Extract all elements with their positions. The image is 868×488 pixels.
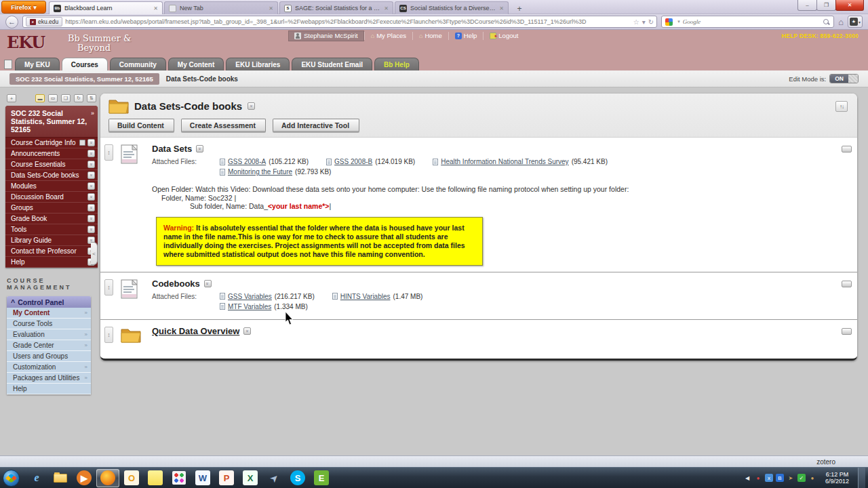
sidebar-item-help[interactable]: Help»	[5, 257, 98, 268]
search-bar[interactable]: ▾	[661, 16, 834, 28]
control-panel-item-packages-and-utilities[interactable]: Packages and Utilities»	[7, 373, 91, 384]
tab-eku-libraries[interactable]: EKU Libraries	[226, 58, 290, 70]
control-panel-header[interactable]: ^ Control Panel	[7, 296, 91, 308]
back-button[interactable]: ←	[5, 16, 18, 28]
word-icon[interactable]: W	[191, 469, 214, 487]
expand-arrow-icon[interactable]: »	[85, 363, 87, 371]
keyboard-reorder-icon[interactable]: ↑↓	[835, 101, 848, 112]
keyboard-accessible-reorder-icon[interactable]	[842, 328, 852, 335]
control-panel-item-help[interactable]: Help	[7, 384, 91, 394]
drag-handle-icon[interactable]: ↕	[104, 144, 113, 161]
evernote-icon[interactable]: E	[310, 469, 333, 487]
frame-page-icon[interactable]	[4, 60, 12, 69]
pushpin-icon[interactable]: ➤	[262, 469, 285, 487]
edit-mode-toggle[interactable]: ON	[829, 74, 859, 83]
bookmarks-menu-button[interactable]: ★ ▾	[848, 16, 863, 28]
item-options-chevron-icon[interactable]: »	[87, 171, 95, 179]
header-link-help[interactable]: ?Help	[448, 32, 484, 40]
refresh-icon[interactable]: ↻	[74, 94, 83, 102]
windows-explorer-icon[interactable]	[49, 469, 72, 487]
expand-arrow-icon[interactable]: »	[85, 374, 87, 382]
tab-close-icon[interactable]: ✕	[499, 5, 504, 12]
pin-tray-icon[interactable]: ➤	[787, 474, 795, 482]
site-identity-chip[interactable]: e eku.edu	[26, 17, 62, 26]
header-link-home[interactable]: ⌂Home	[412, 32, 448, 40]
sidebar-item-tools[interactable]: Tools»	[5, 224, 98, 235]
outlook-icon[interactable]: O	[120, 469, 143, 487]
internet-explorer-icon[interactable]: e	[25, 469, 48, 487]
create-assessment-button[interactable]: Create Assessment	[181, 119, 266, 133]
eku-logo[interactable]: EKU	[7, 33, 45, 52]
keyboard-accessible-reorder-icon[interactable]	[842, 146, 852, 152]
bookmark-star-icon[interactable]: ☆	[633, 18, 639, 26]
list-view-icon[interactable]: ▬	[35, 94, 45, 102]
firefox-icon[interactable]	[96, 469, 119, 487]
color-dots-app-icon[interactable]	[167, 469, 191, 487]
media-player-icon[interactable]: ▶	[73, 469, 96, 487]
show-desktop-button[interactable]	[858, 468, 865, 488]
sidebar-item-course-cartridge-info[interactable]: Course Cartridge Info»	[5, 138, 98, 148]
item-options-chevron-icon[interactable]: »	[243, 327, 251, 335]
bluetooth-icon[interactable]: B	[776, 474, 784, 482]
red-app-tray-icon[interactable]: ●	[754, 474, 762, 482]
home-icon[interactable]: ⌂	[838, 17, 844, 27]
taskbar-clock[interactable]: 6:12 PM 6/9/2012	[820, 471, 854, 485]
drag-handle-icon[interactable]: ↕	[104, 279, 113, 296]
tab-courses[interactable]: Courses	[62, 58, 108, 70]
search-engine-icon[interactable]	[665, 18, 675, 26]
sidebar-item-groups[interactable]: Groups»	[5, 203, 98, 214]
volume-icon[interactable]: ◀	[743, 474, 751, 482]
header-link-my-places[interactable]: ⌂My Places	[364, 32, 412, 40]
sidebar-item-grade-book[interactable]: Grade Book»	[5, 214, 98, 224]
network-tray-icon[interactable]: x	[765, 474, 773, 482]
add-interactive-tool-button[interactable]: Add Interactive Tool	[273, 119, 359, 133]
url-input[interactable]	[65, 18, 631, 25]
reorder-menu-icon[interactable]: ⇅	[87, 94, 96, 102]
tab-close-icon[interactable]: ✕	[153, 5, 158, 12]
file-link[interactable]: Health Information National Trends Surve…	[441, 158, 568, 165]
item-options-chevron-icon[interactable]: »	[87, 150, 95, 157]
sidebar-item-data-sets-code-books[interactable]: Data Sets-Code books»	[5, 170, 98, 181]
file-link[interactable]: Monitoring the Future	[228, 168, 292, 176]
file-link[interactable]: GSS 2008-B	[334, 158, 372, 165]
control-panel-item-customization[interactable]: Customization»	[7, 362, 91, 373]
tab-eku-student-email[interactable]: EKU Student Email	[292, 58, 372, 70]
item-options-chevron-icon[interactable]: »	[87, 182, 95, 190]
sidebar-item-course-essentials[interactable]: Course Essentials»	[5, 159, 98, 170]
tab-my-eku[interactable]: My EKU	[15, 58, 60, 70]
safety-tray-icon[interactable]: ✓	[797, 474, 806, 482]
file-link[interactable]: MTF Variables	[228, 303, 271, 310]
popout-view-icon[interactable]: ❏	[61, 94, 71, 102]
powerpoint-icon[interactable]: P	[215, 469, 238, 487]
item-options-chevron-icon[interactable]: »	[204, 280, 212, 287]
item-options-chevron-icon[interactable]: »	[196, 145, 203, 152]
expand-arrow-icon[interactable]: »	[85, 331, 87, 338]
item-options-chevron-icon[interactable]: »	[87, 139, 95, 146]
user-menu-button[interactable]: Stephanie McSpirit	[288, 30, 364, 41]
expand-menu-icon[interactable]: »	[91, 109, 94, 117]
search-engine-dropdown-icon[interactable]: ▾	[677, 19, 680, 24]
minimize-button[interactable]: –	[797, 0, 817, 11]
tab-my-content[interactable]: My Content	[168, 58, 224, 70]
item-options-chevron-icon[interactable]: »	[87, 161, 95, 168]
keyboard-accessible-reorder-icon[interactable]	[842, 281, 852, 287]
build-content-button[interactable]: Build Content	[108, 119, 174, 133]
item-title[interactable]: Quick Data Overview	[152, 326, 239, 336]
file-link[interactable]: GSS 2008-A	[228, 158, 266, 165]
item-options-chevron-icon[interactable]: »	[87, 226, 95, 233]
firefox-menu-button[interactable]: Firefox ▾	[1, 1, 46, 14]
sidebar-item-modules[interactable]: Modules»	[5, 181, 98, 192]
page-title-chevron-icon[interactable]: »	[248, 102, 255, 110]
tab-close-icon[interactable]: ✕	[269, 5, 273, 12]
expand-arrow-icon[interactable]: »	[85, 309, 87, 317]
browser-tab[interactable]: CSSocial Statistics for a Diverse Societ…	[395, 1, 509, 14]
course-menu-header[interactable]: SOC 232 Social Statistics, Summer 12, 52…	[5, 106, 98, 138]
skype-icon[interactable]: S	[286, 469, 309, 487]
file-link[interactable]: HINTS Variables	[340, 293, 391, 300]
drag-handle-icon[interactable]: ↕	[104, 327, 113, 343]
reload-icon[interactable]: ↻	[648, 18, 654, 26]
browser-tab[interactable]: New Tab✕	[164, 1, 278, 14]
breadcrumb-course-button[interactable]: SOC 232 Social Statistics, Summer 12, 52…	[9, 73, 159, 85]
control-panel-item-course-tools[interactable]: Course Tools	[7, 319, 91, 329]
control-panel-item-grade-center[interactable]: Grade Center»	[7, 340, 91, 351]
